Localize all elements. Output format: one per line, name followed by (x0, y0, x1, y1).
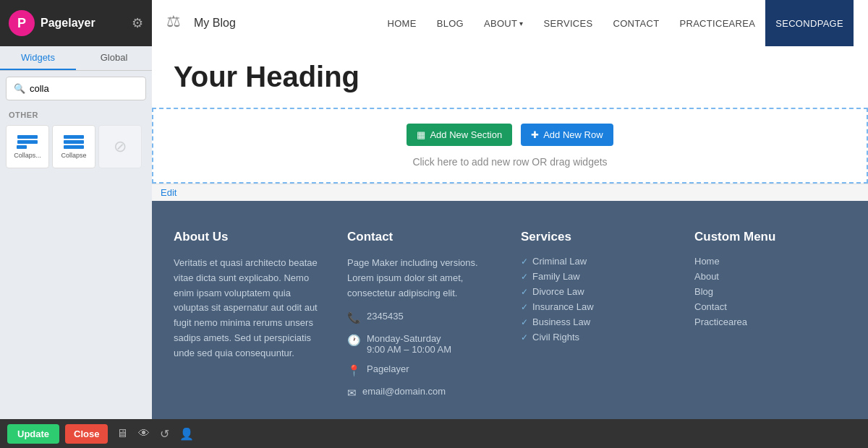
footer-section: About Us Veritatis et quasi architecto b… (152, 201, 868, 419)
clock-icon: 🕐 (347, 334, 361, 347)
email-icon: ✉ (347, 387, 357, 400)
undo-icon[interactable]: ↺ (160, 427, 169, 441)
site-title: My Blog (194, 17, 236, 30)
nav-links: HOME BLOG ABOUT▾ SERVICES CONTACT PRACTI… (377, 0, 854, 46)
edit-bar[interactable]: Edit (152, 184, 868, 201)
location-icon: 📍 (347, 364, 361, 377)
section-other-label: OTHER (0, 106, 152, 122)
contact-location-item: 📍 Pagelayer (347, 363, 499, 377)
about-caret: ▾ (519, 20, 523, 27)
add-row-icon: ✚ (531, 129, 539, 140)
update-button[interactable]: Update (7, 424, 59, 444)
service-item-insurance: Insurance Law (521, 301, 673, 312)
gear-icon[interactable]: ⚙ (132, 15, 143, 31)
search-icon: 🔍 (14, 83, 25, 94)
footer-menu-title: Custom Menu (694, 230, 846, 244)
footer-contact-title: Contact (347, 230, 499, 244)
nav-contact[interactable]: CONTACT (603, 0, 670, 46)
add-row-button[interactable]: ✚ Add New Row (521, 124, 613, 146)
footer-services-col: Services Criminal Law Family Law Divorce… (521, 230, 673, 408)
brand-name: Pagelayer (41, 17, 95, 30)
menu-item-practicearea[interactable]: Practicearea (694, 316, 846, 327)
contact-location: Pagelayer (367, 363, 409, 374)
services-list: Criminal Law Family Law Divorce Law Insu… (521, 256, 673, 343)
nav-blog[interactable]: BLOG (427, 0, 474, 46)
collapse2-icon (63, 135, 85, 149)
search-input[interactable] (30, 83, 151, 94)
custom-menu-list: Home About Blog Contact Practicearea (694, 256, 846, 327)
nav-about[interactable]: ABOUT▾ (474, 0, 534, 46)
desktop-icon[interactable]: 🖥 (116, 427, 128, 441)
main-layout: Widgets Global 🔍 × OTHER Collaps... (0, 46, 868, 419)
brand-logo-icon: P (9, 10, 35, 36)
widget-collapse2[interactable]: Collapse (52, 125, 95, 168)
nav-secondpage[interactable]: SECONDPAGE (765, 0, 854, 46)
service-item-civil: Civil Rights (521, 332, 673, 343)
contact-phone-item: 📞 2345435 (347, 311, 499, 324)
nav-bar: ⚖ My Blog HOME BLOG ABOUT▾ SERVICES CONT… (152, 0, 868, 46)
search-bar: 🔍 × (6, 77, 146, 100)
user-icon[interactable]: 👤 (179, 427, 194, 441)
contact-hours-item: 🕐 Monday-Saturday9:00 AM – 10:00 AM (347, 333, 499, 355)
collapse1-icon (17, 135, 38, 149)
footer-services-title: Services (521, 230, 673, 244)
service-item-business: Business Law (521, 316, 673, 327)
page-heading: Your Heading (174, 61, 846, 93)
heading-section: Your Heading (152, 46, 868, 108)
menu-item-about[interactable]: About (694, 271, 846, 282)
site-logo-area: ⚖ My Blog (166, 12, 236, 34)
sidebar-tabs: Widgets Global (0, 46, 152, 71)
contact-email-item: ✉ email@domain.com (347, 386, 499, 400)
service-item-family: Family Law (521, 271, 673, 282)
contact-phone: 2345435 (367, 311, 404, 322)
contact-hours: Monday-Saturday9:00 AM – 10:00 AM (367, 333, 451, 355)
site-logo-icon: ⚖ (166, 12, 188, 34)
widget-collapse1[interactable]: Collaps... (6, 125, 49, 168)
bottom-toolbar: Update Close 🖥 👁 ↺ 👤 (0, 419, 868, 448)
top-bar: P Pagelayer ⚙ ⚖ My Blog HOME BLOG ABOUT▾… (0, 0, 868, 46)
menu-item-contact[interactable]: Contact (694, 301, 846, 312)
nav-practicearea[interactable]: PRACTICEAREA (669, 0, 765, 46)
footer-about-text: Veritatis et quasi architecto beatae vit… (174, 256, 326, 361)
footer-contact-desc: Page Maker including versions. Lorem ips… (347, 256, 499, 301)
menu-item-blog[interactable]: Blog (694, 286, 846, 297)
footer-about-col: About Us Veritatis et quasi architecto b… (174, 230, 326, 408)
eye-icon[interactable]: 👁 (138, 427, 150, 441)
tab-global[interactable]: Global (76, 46, 152, 70)
menu-item-home[interactable]: Home (694, 256, 846, 267)
widget-collapse1-label: Collaps... (14, 152, 41, 159)
widget-collapse2-label: Collapse (61, 152, 86, 159)
brand-area: P Pagelayer ⚙ (0, 0, 152, 46)
page-content: Your Heading ▦ Add New Section ✚ Add New… (152, 46, 868, 419)
disabled-icon: ⊘ (114, 137, 127, 156)
drag-hint: Click here to add new row OR drag widget… (412, 156, 607, 168)
footer-menu-col: Custom Menu Home About Blog Contact Prac… (694, 230, 846, 408)
nav-home[interactable]: HOME (377, 0, 426, 46)
content-area: Your Heading ▦ Add New Section ✚ Add New… (152, 46, 868, 419)
contact-email: email@domain.com (362, 386, 446, 397)
dashed-section: ▦ Add New Section ✚ Add New Row Click he… (152, 108, 868, 184)
phone-icon: 📞 (347, 311, 361, 324)
section-buttons: ▦ Add New Section ✚ Add New Row (407, 124, 613, 146)
add-section-button[interactable]: ▦ Add New Section (407, 124, 512, 146)
tab-widgets[interactable]: Widgets (0, 46, 76, 70)
footer-contact-col: Contact Page Maker including versions. L… (347, 230, 499, 408)
service-item-divorce: Divorce Law (521, 286, 673, 297)
close-button[interactable]: Close (65, 424, 108, 444)
widget-grid: Collaps... Collapse ⊘ (0, 122, 152, 171)
nav-services[interactable]: SERVICES (534, 0, 603, 46)
sidebar: Widgets Global 🔍 × OTHER Collaps... (0, 46, 152, 419)
toolbar-icons: 🖥 👁 ↺ 👤 (116, 427, 194, 441)
widget-disabled: ⊘ (98, 125, 142, 168)
add-section-icon: ▦ (417, 129, 425, 140)
footer-about-title: About Us (174, 230, 326, 244)
service-item-criminal: Criminal Law (521, 256, 673, 267)
